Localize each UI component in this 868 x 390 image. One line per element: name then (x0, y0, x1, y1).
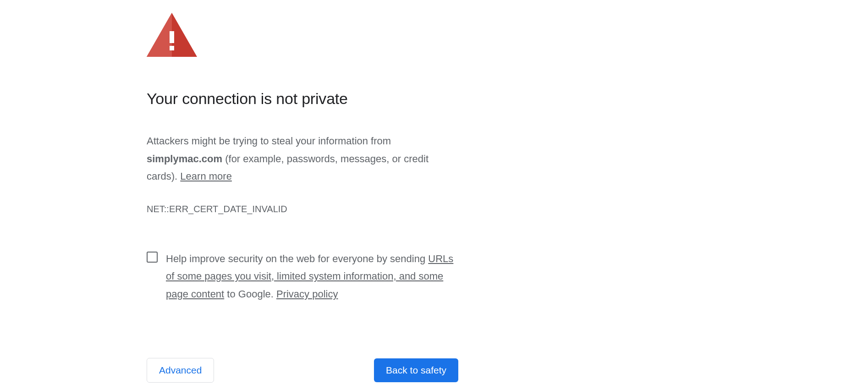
learn-more-link[interactable]: Learn more (180, 170, 232, 182)
optin-row: Help improve security on the web for eve… (147, 250, 458, 303)
domain-name: simplymac.com (147, 153, 222, 165)
optin-mid: to Google. (224, 288, 276, 300)
advanced-button[interactable]: Advanced (147, 358, 214, 383)
page-heading: Your connection is not private (147, 90, 458, 108)
warning-message: Attackers might be trying to steal your … (147, 132, 458, 186)
message-prefix: Attackers might be trying to steal your … (147, 135, 391, 147)
button-row: Advanced Back to safety (147, 358, 458, 383)
svg-marker-1 (147, 13, 172, 57)
interstitial-container: Your connection is not private Attackers… (0, 0, 458, 383)
warning-triangle-icon (147, 13, 197, 57)
back-to-safety-button[interactable]: Back to safety (374, 358, 458, 382)
svg-rect-2 (170, 31, 174, 43)
privacy-policy-link[interactable]: Privacy policy (276, 288, 338, 300)
optin-checkbox[interactable] (147, 252, 158, 263)
optin-text: Help improve security on the web for eve… (166, 250, 458, 303)
optin-prefix: Help improve security on the web for eve… (166, 253, 428, 264)
error-code: NET::ERR_CERT_DATE_INVALID (147, 204, 458, 214)
svg-rect-3 (170, 46, 174, 50)
